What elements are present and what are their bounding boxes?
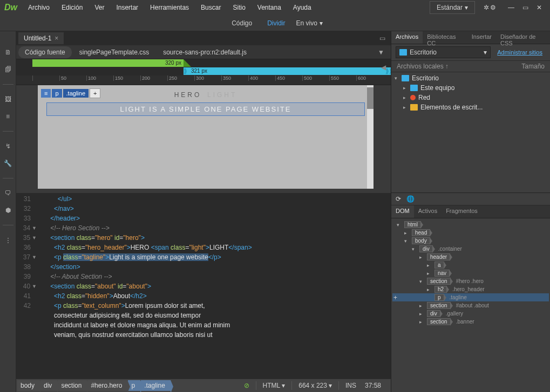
element-add-button[interactable]: + [90,88,100,98]
tree-row[interactable]: ▸Elementos de escrit... [391,102,550,112]
col-name[interactable]: Archivos locales↑ [397,63,449,70]
lint-ok-icon[interactable]: ⊘ [242,382,252,389]
file-icon[interactable]: 🗎 [3,47,13,57]
css-file-tab[interactable]: singlePageTemplate.css [73,46,155,58]
view-live[interactable]: En vivo ▾ [296,19,323,27]
menu-ver[interactable]: Ver [89,2,110,13]
element-menu-icon[interactable]: ≡ [41,89,51,98]
source-code-tab[interactable]: Código fuente [18,46,72,58]
scrub-handle[interactable]: ◀ [381,59,386,75]
tree-row[interactable]: ▸Red [391,93,550,102]
dom-node[interactable]: ▸section.banner [392,318,549,326]
admin-sites-link[interactable]: Administrar sitios [494,49,546,56]
filter-icon[interactable]: ▼ [378,49,389,56]
menu-insertar[interactable]: Insertar [111,2,144,13]
chevron-down-icon: ▾ [465,4,468,11]
element-class: .tagline [63,89,89,98]
more-icon[interactable]: ⋯ [3,235,13,245]
js-file-tab[interactable]: source-sans-pro:n2:default.js [157,46,253,58]
breakpoint-green[interactable]: 320 px [32,59,184,67]
menu-sitio[interactable]: Sitio [227,2,250,13]
tab-css[interactable]: Diseñador de CSS [496,31,550,44]
dom-node[interactable]: ▸head [392,229,549,237]
menu-herramientas[interactable]: Herramientas [145,2,194,13]
document-tabs: Untitled-1 × ▭ [16,31,391,45]
tagline-element[interactable]: LIGHT IS A SIMPLE ONE PAGE WEBSITE [46,102,365,116]
crumb-hero[interactable]: #hero.hero [87,380,127,391]
document-tab[interactable]: Untitled-1 × [18,32,64,44]
scrollbar[interactable] [367,85,374,189]
color-icon[interactable]: ⬢ [3,205,13,215]
close-button[interactable]: ✕ [533,2,546,13]
image-icon[interactable]: 🖼 [3,94,13,104]
dimensions[interactable]: 664 x 223 ▾ [296,382,334,389]
dom-panel-tabs: DOM Activos Fragmentos [391,205,550,218]
dom-node[interactable]: ▾html [392,221,549,229]
breakpoint-blue[interactable]: ⟫ 321 px ⟫⟫ [184,67,391,75]
dom-node[interactable]: ▾section#hero .hero [392,277,549,285]
dom-node[interactable]: ▾body [392,237,549,245]
related-files-bar: Código fuente singlePageTemplate.css sou… [16,45,391,59]
col-size[interactable]: Tamaño [521,63,545,70]
menu-ventana[interactable]: Ventana [252,2,287,13]
comment-icon[interactable]: 🗨 [3,188,13,198]
code-content[interactable]: </ul> </nav> </header> <!-- Hero Section… [41,193,391,379]
tab-dom[interactable]: DOM [391,205,414,218]
crumb-section[interactable]: section [58,380,87,391]
dom-node[interactable]: ▸a [392,261,549,269]
files-icon[interactable]: 🗐 [3,65,13,74]
dom-node[interactable]: +p.tagline [392,293,549,301]
menu-archivo[interactable]: Archivo [23,2,55,13]
document-tab-label: Untitled-1 [24,35,51,42]
tab-archivos[interactable]: Archivos [391,31,423,44]
dom-node[interactable]: ▸section#about .about [392,301,549,310]
browser-frame[interactable]: ≡ p .tagline + HERO LIGHT LIGHT IS A SIM… [38,85,374,189]
close-icon[interactable]: × [55,35,58,42]
left-toolbar: 🗎 🗐 🖼 ≡ ↯ 🔧 🗨 ⬢ ⋯ [0,31,16,392]
tab-activos[interactable]: Activos [414,205,442,218]
wand-icon[interactable]: ↯ [3,141,13,151]
dom-node[interactable]: ▸h2.hero_header [392,285,549,293]
crumb-tagline[interactable]: .tagline [141,380,171,391]
view-code[interactable]: Código [227,17,256,29]
dom-node[interactable]: ▸div.gallery [392,310,549,318]
element-display[interactable]: ≡ p .tagline + [41,88,100,98]
menu-buscar[interactable]: Buscar [195,2,226,13]
dom-node[interactable]: ▾div.container [392,245,549,253]
panel-menu-icon[interactable]: ▭ [379,35,389,42]
live-view: ≡ p .tagline + HERO LIGHT LIGHT IS A SIM… [16,85,391,193]
insert-mode[interactable]: INS [343,382,358,389]
maximize-button[interactable]: ▭ [519,2,532,13]
workspace-selector[interactable]: Estándar ▾ [430,1,475,14]
dom-node[interactable]: ▸header [392,253,549,261]
app-logo: Dw [4,3,17,12]
folder-select[interactable]: Escritorio ▾ [396,46,491,58]
files-panel: Archivos Bibliotecas CC Insertar Diseñad… [391,31,550,193]
breakpoint-bar[interactable]: 320 px ⟫ 321 px ⟫⟫ ◀ [16,59,391,75]
tab-insertar[interactable]: Insertar [467,31,496,44]
line-gutter: 31323334▼35▼3637▼383940▼4142 [16,193,41,379]
file-tree[interactable]: ▾Escritorio▸Este equipo▸Red▸Elementos de… [391,72,550,113]
view-split[interactable]: Dividir [263,17,289,29]
step-icon[interactable]: ≡ [3,112,13,121]
gear-icon[interactable]: ⚙ [490,4,496,11]
globe-icon[interactable]: 🌐 [406,195,415,203]
crumb-div[interactable]: div [40,380,57,391]
dom-panel: ⟳ 🌐 DOM Activos Fragmentos ▾html▸head▾bo… [391,193,550,392]
tree-row[interactable]: ▾Escritorio [391,73,550,83]
tree-row[interactable]: ▸Este equipo [391,83,550,93]
crumb-body[interactable]: body [17,380,40,391]
sync-icon[interactable]: ✲ [484,4,489,11]
menu-ayuda[interactable]: Ayuda [288,2,317,13]
tab-bibliotecas[interactable]: Bibliotecas CC [423,31,467,44]
code-editor[interactable]: 31323334▼35▼3637▼383940▼4142 </ul> </nav… [16,193,391,379]
refresh-icon[interactable]: ⟳ [396,195,401,203]
lang-selector[interactable]: HTML ▾ [261,382,288,389]
wrench-icon[interactable]: 🔧 [3,159,13,168]
menu-edicion[interactable]: Edición [56,2,88,13]
monitor-icon [399,49,407,56]
minimize-button[interactable]: — [505,2,518,13]
dom-node[interactable]: ▸nav [392,269,549,277]
dom-tree[interactable]: ▾html▸head▾body▾div.container▸header▸a▸n… [391,218,550,392]
tab-fragmentos[interactable]: Fragmentos [442,205,482,218]
